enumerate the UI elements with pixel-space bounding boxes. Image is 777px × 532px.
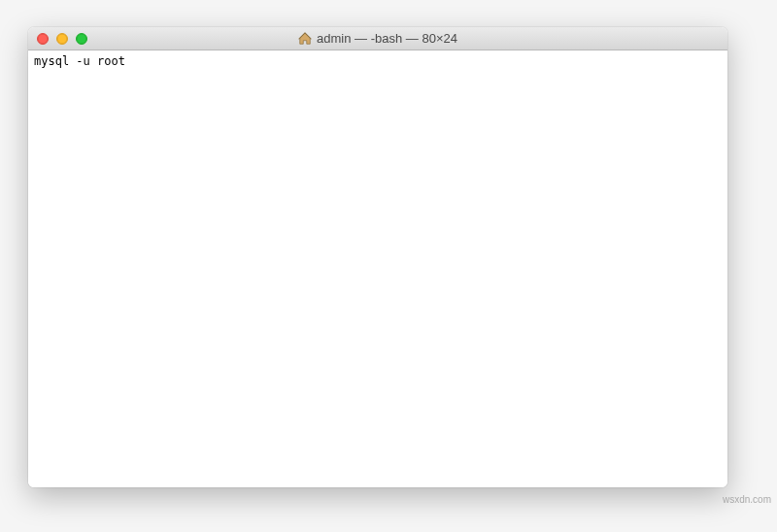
window-titlebar[interactable]: admin — -bash — 80×24	[28, 27, 727, 50]
terminal-window: admin — -bash — 80×24 mysql -u root	[28, 27, 727, 487]
maximize-button[interactable]	[76, 33, 87, 45]
watermark: wsxdn.com	[723, 494, 771, 505]
close-button[interactable]	[37, 33, 49, 45]
terminal-body[interactable]: mysql -u root	[28, 50, 727, 487]
terminal-line: mysql -u root	[34, 54, 722, 70]
window-title: admin — -bash — 80×24	[317, 31, 457, 46]
title-group: admin — -bash — 80×24	[28, 27, 727, 50]
minimize-button[interactable]	[56, 33, 68, 45]
home-icon	[298, 32, 312, 46]
traffic-lights	[28, 33, 87, 45]
